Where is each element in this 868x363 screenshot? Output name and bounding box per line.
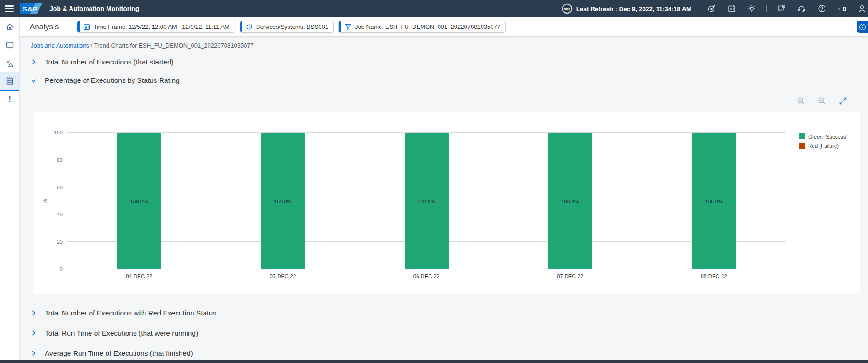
chevron-right-icon — [31, 59, 37, 65]
chip-accent — [240, 21, 242, 32]
bar-value-label-06-DEC-22: 100.0% — [405, 199, 449, 204]
section-total-red[interactable]: Total Number of Executions with Red Exec… — [20, 303, 868, 323]
legend-item-green-success-[interactable]: Green (Success) — [799, 133, 847, 139]
section-title: Total Number of Executions with Red Exec… — [45, 309, 216, 317]
chevron-down-icon — [31, 78, 37, 84]
chart-legend: Green (Success)Red (Failure) — [799, 133, 847, 149]
feedback-chat-icon[interactable] — [777, 5, 786, 13]
chip-accent — [339, 21, 341, 32]
filter-bar: Analysis Time Frame: 12/5/22, 12:00 AM -… — [20, 17, 868, 36]
y-tick-80: 80 — [45, 157, 63, 163]
chart-card: % 020406080100100.0%04-DEC-22100.0%05-DE… — [34, 112, 860, 294]
legend-label: Green (Success) — [808, 134, 847, 139]
x-category-label-08-DEC-22: 08-DEC-22 — [686, 273, 741, 279]
y-tick-0: 0 — [45, 267, 63, 272]
target-icon — [246, 23, 253, 30]
filter-chip-label: Time Frame: 12/5/22, 12:00 AM - 12/9/22,… — [93, 23, 234, 30]
sap-logo-text: SAP — [20, 5, 37, 13]
section-title: Average Run Time of Executions (that fin… — [45, 349, 193, 358]
support-headset-icon[interactable] — [798, 5, 806, 13]
filter-funnel-icon — [345, 23, 352, 30]
nav-alert-log-icon[interactable] — [0, 54, 19, 72]
x-category-label-05-DEC-22: 05-DEC-22 — [255, 273, 310, 279]
bar-value-label-07-DEC-22: 100.0% — [548, 199, 592, 204]
nav-monitor-icon[interactable] — [0, 36, 19, 54]
zoom-in-icon[interactable] — [797, 97, 805, 105]
sap-logo[interactable]: SAP — [20, 3, 42, 14]
legend-label: Red (Failure) — [808, 143, 839, 149]
chip-accent — [77, 21, 80, 32]
x-category-label-06-DEC-22: 06-DEC-22 — [399, 273, 454, 279]
nav-home-icon[interactable] — [0, 17, 19, 36]
refresh-countdown-badge[interactable]: 580 — [562, 3, 573, 14]
legend-swatch — [799, 133, 805, 139]
app-window: SAP Job & Automation Monitoring 580 Last… — [0, 0, 868, 363]
section-total-started[interactable]: Total Number of Executions (that started… — [20, 53, 868, 71]
calendar-icon[interactable] — [728, 5, 736, 13]
breadcrumb: Jobs and Automations / Trend Charts for … — [20, 36, 868, 53]
filter-chip-label: Services/Systems: BSS001 — [256, 23, 333, 30]
y-tick-100: 100 — [45, 130, 63, 135]
filter-chip-timeframe[interactable]: Time Frame: 12/5/22, 12:00 AM - 12/9/22,… — [77, 21, 235, 33]
y-tick-40: 40 — [45, 212, 63, 217]
x-category-label-07-DEC-22: 07-DEC-22 — [543, 273, 598, 279]
chevron-right-icon — [31, 310, 37, 316]
section-title: Percentage of Executions by Status Ratin… — [45, 76, 180, 85]
zoom-out-icon[interactable] — [818, 97, 826, 105]
notifications-count: 0 — [843, 5, 846, 12]
bar-value-label-05-DEC-22: 100.0% — [261, 199, 305, 204]
header-divider — [766, 5, 767, 12]
breadcrumb-separator: / — [89, 42, 94, 49]
section-title: Total Run Time of Executions (that were … — [45, 329, 198, 337]
y-tick-20: 20 — [45, 239, 63, 245]
help-icon[interactable] — [818, 5, 826, 13]
fullscreen-expand-icon[interactable] — [839, 97, 847, 105]
section-total-runtime[interactable]: Total Run Time of Executions (that were … — [20, 323, 868, 343]
main-content: Jobs and Automations / Trend Charts for … — [20, 36, 868, 360]
settings-gear-icon[interactable] — [748, 5, 756, 13]
legend-swatch — [799, 143, 805, 149]
bottom-sections: Total Number of Executions with Red Exec… — [20, 303, 868, 360]
nav-analysis-grid-icon[interactable] — [0, 72, 19, 91]
y-tick-60: 60 — [45, 185, 63, 190]
breadcrumb-link-jobs-and-automations[interactable]: Jobs and Automations — [31, 42, 89, 49]
calendar-icon — [83, 23, 90, 30]
menu-icon[interactable] — [5, 5, 14, 12]
chart-toolbar — [20, 90, 868, 112]
bar-value-label-08-DEC-22: 100.0% — [692, 199, 736, 204]
target-settings-icon[interactable] — [707, 5, 716, 13]
legend-item-red-failure-[interactable]: Red (Failure) — [799, 143, 847, 149]
page-title: Analysis — [30, 22, 59, 32]
app-title: Job & Automation Monitoring — [49, 5, 139, 12]
chevron-right-icon — [31, 350, 37, 356]
section-title: Total Number of Executions (that started… — [45, 58, 174, 66]
chart-plot: % 020406080100100.0%04-DEC-22100.0%05-DE… — [67, 133, 786, 269]
shell-header: SAP Job & Automation Monitoring 580 Last… — [0, 0, 868, 17]
user-profile-icon[interactable] — [858, 5, 866, 13]
y-axis-label: % — [42, 199, 48, 203]
info-button[interactable] — [857, 21, 868, 33]
refresh-countdown-value: 580 — [562, 3, 573, 14]
section-percentage-by-status[interactable]: Percentage of Executions by Status Ratin… — [20, 71, 868, 90]
filter-chip-services-systems[interactable]: Services/Systems: BSS001 — [240, 21, 334, 33]
last-refresh-text: Last Refresh : Dec 9, 2022, 11:34:18 AM — [576, 5, 691, 12]
filter-chip-job-name[interactable]: Job Name: ESH_FU_DEMON_001_2022070810350… — [338, 21, 506, 33]
filter-chip-label: Job Name: ESH_FU_DEMON_001_2022070810350… — [355, 23, 505, 30]
notifications-icon[interactable]: 0 — [838, 5, 846, 13]
x-category-label-04-DEC-22: 04-DEC-22 — [112, 273, 166, 279]
nav-exceptions-icon[interactable]: ! — [0, 91, 19, 109]
bottom-strip — [0, 360, 868, 363]
left-nav-sidebar: ! — [0, 17, 20, 360]
chevron-right-icon — [31, 330, 37, 336]
bar-value-label-04-DEC-22: 100.0% — [117, 199, 161, 204]
section-avg-runtime[interactable]: Average Run Time of Executions (that fin… — [20, 343, 868, 360]
breadcrumb-current: Trend Charts for ESH_FU_DEMON_001_202207… — [94, 42, 254, 49]
